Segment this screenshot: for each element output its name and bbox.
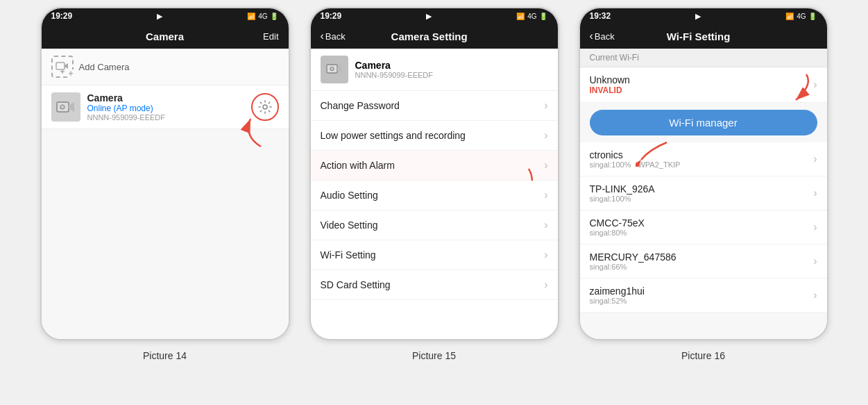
back-chevron-15: ‹ [321,30,324,42]
chevron-right-icon: › [544,249,547,261]
add-camera-row[interactable]: + Add Camera [42,49,289,85]
time-14: 19:29 [51,11,73,21]
time-16: 19:32 [590,11,611,21]
wifi-manager-button[interactable]: Wi-Fi manager [590,110,817,135]
wifi-network-ctronics[interactable]: ctronics singal:100% WPA2_TKIP › [580,142,827,176]
caption-14: Picture 14 [143,350,187,361]
status-bar-15: 19:29 ▶ 📶 4G 🔋 [311,8,558,24]
nav-bar-16: ‹ Back Wi-Fi Setting [580,24,827,49]
back-button-16[interactable]: ‹ Back [590,30,615,42]
wifi-network-mercury[interactable]: MERCURY_647586 singal:66% › [580,245,827,279]
svg-point-5 [263,105,267,109]
svg-rect-0 [56,63,65,69]
chevron-right-icon: › [544,189,547,201]
arrow-to-ctronics [636,139,670,170]
camera-avatar [51,92,80,122]
add-camera-icon: + [51,56,74,78]
camera-thumb-15 [321,56,348,83]
back-chevron-16: ‹ [590,30,593,42]
caption-15: Picture 15 [412,350,456,361]
status-bar-16: 19:32 ▶ 📶 4G 🔋 [580,8,827,24]
nav-bar-14: Camera Edit [42,24,289,49]
svg-point-8 [330,67,334,71]
camera-id: NNNN-959099-EEEDF [87,113,244,122]
nav-title-16: Wi-Fi Setting [615,31,783,42]
nav-title-15: Camera Setting [346,31,513,42]
setting-item-video[interactable]: Video Setting › [311,210,558,240]
chevron-right-icon: › [813,221,817,233]
setting-item-audio[interactable]: Audio Setting › [311,181,558,210]
nav-bar-15: ‹ Back Camera Setting [311,24,558,49]
location-icon-14: ▶ [157,12,162,21]
arrow-to-manager [772,71,813,108]
camera-header-15: Camera NNNN-959099-EEEDF [311,49,558,91]
camera-header-name-15: Camera [355,60,433,71]
setting-list-15: Change Password › Low power settings and… [311,91,558,339]
phone-15-wrapper: 19:29 ▶ 📶 4G 🔋 ‹ Back Camera Setting [309,7,559,361]
phone-15: 19:29 ▶ 📶 4G 🔋 ‹ Back Camera Setting [309,7,559,340]
time-15: 19:29 [321,11,342,21]
current-wifi-item[interactable]: Unknown INVALID › [580,67,827,103]
wifi-network-cmcc[interactable]: CMCC-75eX singal:80% › [580,210,827,245]
wifi-network-zaimeng[interactable]: zaimeng1hui singal:52% › [580,279,827,313]
chevron-right-icon: › [544,279,547,291]
setting-item-wifi[interactable]: Wi-Fi Setting › [311,240,558,270]
svg-point-4 [60,105,65,109]
phone-16-content: Current Wi-Fi Unknown INVALID › [580,49,827,339]
chevron-right-icon: › [544,129,547,142]
chevron-right-icon: › [813,153,817,165]
phone-16-wrapper: 19:32 ▶ 📶 4G 🔋 ‹ Back Wi-Fi Setting Curr… [579,7,828,361]
add-camera-label: Add Camera [79,62,130,72]
back-label-15: Back [325,31,346,42]
camera-name: Camera [87,92,244,104]
setting-item-low-power[interactable]: Low power settings and recording › [311,121,558,151]
nav-title-14: Camera [79,31,251,42]
section-header-current-wifi: Current Wi-Fi [580,49,827,67]
signal-icons-14: 📶 4G 🔋 [247,13,278,20]
caption-16: Picture 16 [681,350,725,361]
camera-item-row[interactable]: Camera Online (AP mode) NNNN-959099-EEED… [42,85,289,129]
camera-status: Online (AP mode) [87,104,244,113]
setting-item-change-password[interactable]: Change Password › [311,91,558,121]
arrow-to-gear [240,115,268,153]
chevron-right-icon: › [544,219,547,231]
edit-button-14[interactable]: Edit [251,31,279,42]
back-button-15[interactable]: ‹ Back [321,30,346,42]
camera-header-info-15: Camera NNNN-959099-EEEDF [355,60,433,79]
chevron-right-icon: › [813,78,817,91]
setting-item-action-alarm[interactable]: Action with Alarm › [311,151,558,181]
camera-info: Camera Online (AP mode) NNNN-959099-EEED… [87,92,244,122]
phone-14-wrapper: 19:29 ▶ 📶 4G 🔋 Camera Edit [40,7,290,361]
chevron-right-icon: › [544,99,547,112]
back-label-16: Back [595,31,615,42]
chevron-right-icon: › [544,159,547,172]
wifi-network-tplink[interactable]: TP-LINK_926A singal:100% › [580,176,827,210]
setting-item-sdcard[interactable]: SD Card Setting › [311,270,558,300]
chevron-right-icon: › [813,289,817,301]
phone-14: 19:29 ▶ 📶 4G 🔋 Camera Edit [40,7,290,340]
phone-16: 19:32 ▶ 📶 4G 🔋 ‹ Back Wi-Fi Setting Curr… [579,7,828,340]
chevron-right-icon: › [813,187,817,199]
phone-14-content: + Add Camera Camera Onli [42,49,289,339]
chevron-right-icon: › [813,255,817,267]
camera-header-id-15: NNNN-959099-EEEDF [355,71,433,79]
status-bar-14: 19:29 ▶ 📶 4G 🔋 [42,8,289,24]
